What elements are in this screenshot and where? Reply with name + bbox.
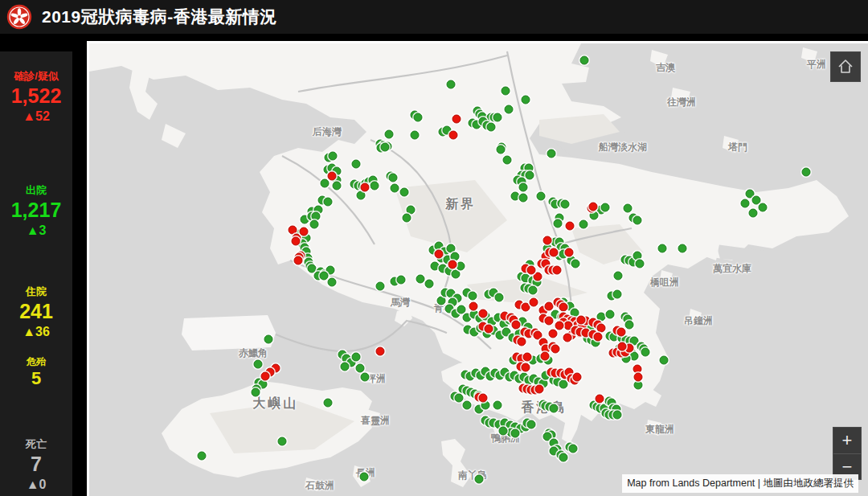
case-dot-red[interactable] (361, 183, 370, 192)
case-dot-green[interactable] (502, 87, 510, 96)
case-dot-red[interactable] (553, 266, 562, 275)
case-dot-red[interactable] (435, 250, 444, 259)
case-dot-red[interactable] (512, 321, 521, 330)
case-dot-green[interactable] (519, 183, 528, 192)
case-dot-green[interactable] (452, 270, 461, 279)
case-dot-green[interactable] (328, 278, 337, 287)
case-dot-red[interactable] (527, 266, 536, 275)
case-dot-red[interactable] (634, 373, 643, 382)
case-dot-green[interactable] (526, 171, 534, 180)
case-dot-green[interactable] (437, 297, 446, 305)
case-dot-green[interactable] (505, 105, 514, 114)
case-dot-green[interactable] (361, 373, 370, 382)
case-dot-green[interactable] (376, 282, 385, 291)
case-dot-green[interactable] (341, 363, 350, 371)
case-dot-green[interactable] (320, 272, 329, 281)
case-dot-red[interactable] (294, 256, 303, 265)
case-dot-red[interactable] (577, 316, 586, 325)
case-dot-green[interactable] (559, 380, 568, 389)
case-dot-green[interactable] (624, 204, 633, 213)
case-dot-red[interactable] (449, 131, 458, 140)
case-dot-green[interactable] (400, 188, 409, 197)
case-dot-green[interactable] (550, 404, 559, 413)
case-dot-green[interactable] (252, 388, 260, 397)
case-dot-green[interactable] (356, 364, 365, 373)
case-dot-red[interactable] (300, 228, 309, 236)
case-dot-red[interactable] (597, 324, 606, 333)
case-dot-red[interactable] (566, 222, 575, 231)
case-dot-red[interactable] (522, 303, 530, 312)
case-dot-green[interactable] (561, 200, 570, 209)
case-dot-green[interactable] (634, 381, 643, 390)
case-dot-green[interactable] (310, 220, 319, 229)
case-dot-green[interactable] (633, 216, 642, 225)
case-dot-red[interactable] (328, 172, 337, 181)
case-dot-green[interactable] (749, 209, 758, 218)
case-dot-green[interactable] (333, 182, 342, 191)
case-dot-green[interactable] (371, 182, 379, 191)
case-dot-green[interactable] (497, 146, 506, 154)
case-dot-red[interactable] (292, 237, 301, 246)
home-button[interactable] (830, 51, 861, 82)
case-dot-green[interactable] (411, 131, 420, 140)
case-dot-green[interactable] (759, 203, 768, 212)
case-dot-green[interactable] (660, 356, 669, 365)
case-dot-red[interactable] (523, 353, 532, 362)
case-dot-green[interactable] (641, 348, 650, 357)
case-dot-green[interactable] (537, 192, 546, 201)
case-dot-green[interactable] (425, 280, 434, 289)
case-dot-green[interactable] (580, 56, 589, 65)
case-dot-green[interactable] (329, 152, 338, 161)
case-dot-red[interactable] (549, 330, 558, 338)
case-dot-green[interactable] (606, 310, 615, 319)
case-dot-red[interactable] (594, 333, 603, 342)
case-dot-red[interactable] (376, 347, 385, 356)
zoom-in-button[interactable]: + (833, 428, 861, 453)
case-dot-green[interactable] (397, 276, 406, 285)
case-dot-red[interactable] (573, 373, 582, 382)
case-dot-red[interactable] (535, 385, 544, 394)
case-dot-red[interactable] (448, 260, 457, 269)
case-dot-red[interactable] (479, 394, 488, 403)
case-dot-red[interactable] (563, 334, 572, 342)
case-dot-green[interactable] (529, 286, 538, 295)
case-dot-green[interactable] (469, 292, 477, 301)
case-dot-green[interactable] (493, 113, 502, 122)
case-dot-green[interactable] (352, 160, 361, 169)
case-dot-red[interactable] (261, 372, 270, 381)
case-dot-green[interactable] (741, 199, 750, 208)
case-dot-green[interactable] (613, 411, 622, 420)
case-dot-red[interactable] (534, 273, 542, 281)
case-dot-red[interactable] (518, 338, 526, 346)
case-dot-green[interactable] (463, 401, 472, 410)
case-dot-red[interactable] (559, 303, 568, 312)
case-dot-green[interactable] (457, 262, 465, 271)
map-canvas[interactable]: 后海灣新界吉澳往灣洲船灣淡水湖塔門平洲萬宜水庫橋咀洲吊鐘洲馬灣青衣赤鱲角大嶼山坪… (87, 41, 868, 496)
case-dot-green[interactable] (499, 427, 508, 436)
case-dot-red[interactable] (479, 309, 488, 318)
case-dot-green[interactable] (571, 260, 580, 268)
case-dot-red[interactable] (618, 342, 627, 351)
case-dot-green[interactable] (658, 244, 667, 253)
case-dot-green[interactable] (264, 335, 273, 344)
case-dot-green[interactable] (414, 113, 423, 122)
case-dot-green[interactable] (613, 290, 622, 299)
case-dot-red[interactable] (530, 298, 538, 307)
case-dot-green[interactable] (389, 174, 398, 182)
case-dot-red[interactable] (522, 363, 530, 372)
case-dot-green[interactable] (357, 191, 366, 200)
case-dot-green[interactable] (522, 96, 530, 105)
case-dot-green[interactable] (614, 272, 623, 281)
case-dot-green[interactable] (381, 143, 390, 152)
case-dot-green[interactable] (457, 305, 466, 314)
case-dot-green[interactable] (385, 130, 394, 139)
case-dot-green[interactable] (403, 214, 411, 223)
case-dot-red[interactable] (541, 352, 550, 361)
case-dot-green[interactable] (569, 445, 578, 453)
case-dot-green[interactable] (601, 203, 610, 212)
case-dot-red[interactable] (589, 203, 598, 211)
case-dot-green[interactable] (198, 452, 207, 461)
case-dot-green[interactable] (554, 219, 563, 228)
case-dot-green[interactable] (352, 353, 361, 362)
case-dot-green[interactable] (519, 194, 528, 203)
